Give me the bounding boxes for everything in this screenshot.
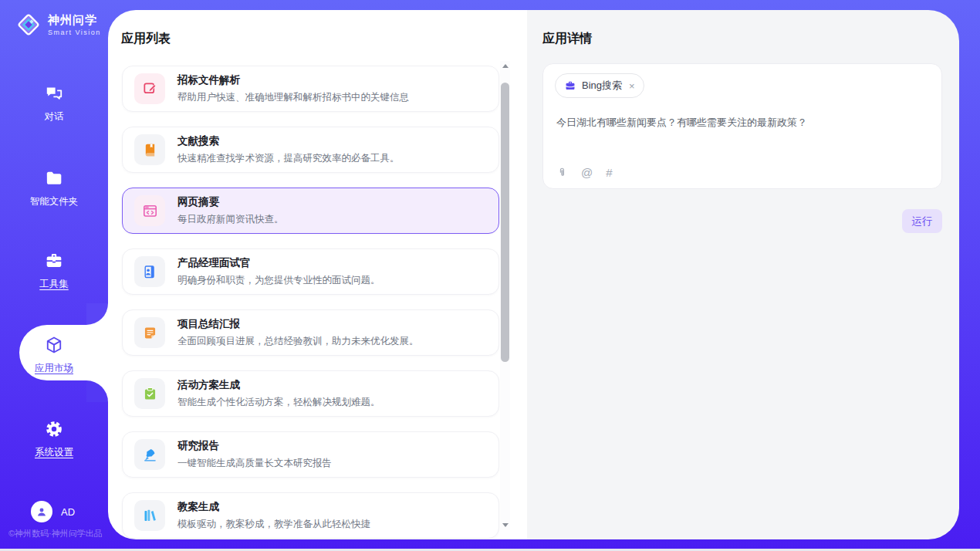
sidebar-item-toolset[interactable]: 工具集 (0, 251, 108, 291)
app-list-title: 应用列表 (121, 31, 171, 47)
user-name: AD (61, 506, 75, 518)
sidebar-item-chat[interactable]: 对话 (0, 83, 108, 123)
avatar (31, 501, 52, 522)
app-card-title: 文献搜索 (177, 134, 400, 148)
app-card-title: 招标文件解析 (177, 73, 409, 87)
app-card-desc: 模板驱动，教案秒成，教学准备从此轻松快捷 (177, 518, 370, 531)
paperclip-icon[interactable] (556, 167, 568, 178)
app-card-desc: 快速精准查找学术资源，提高研究效率的必备工具。 (177, 152, 400, 165)
app-card-title: 项目总结汇报 (177, 317, 419, 331)
user-account[interactable]: AD (31, 501, 75, 522)
app-card[interactable]: 研究报告一键智能生成高质量长文本研究报告 (122, 431, 499, 478)
ink-pen-icon (134, 439, 165, 470)
app-card[interactable]: 文献搜索快速精准查找学术资源，提高研究效率的必备工具。 (122, 127, 499, 173)
scrollbar-thumb[interactable] (501, 83, 509, 362)
sidebar-item-label: 工具集 (0, 278, 108, 291)
app-card-title: 活动方案生成 (177, 378, 380, 392)
hash-icon[interactable]: # (606, 166, 612, 179)
gear-icon (44, 428, 64, 441)
app-card-title: 产品经理面试官 (177, 256, 380, 270)
book-icon (134, 134, 165, 165)
app-card-desc: 帮助用户快速、准确地理解和解析招标书中的关键信息 (177, 91, 409, 104)
app-card[interactable]: 项目总结汇报全面回顾项目进展，总结经验教训，助力未来优化发展。 (122, 309, 499, 356)
app-detail-panel: 应用详情 Bing搜索 × 今日湖北有哪些新闻要点？有哪些需要关注的最新政策？ … (527, 10, 959, 539)
app-card-title: 网页摘要 (177, 195, 284, 209)
app-card[interactable]: 活动方案生成智能生成个性化活动方案，轻松解决规划难题。 (122, 370, 499, 417)
scrollbar[interactable] (500, 61, 510, 530)
sidebar-item-settings[interactable]: 系统设置 (0, 419, 108, 459)
sidebar-item-label: 应用市场 (0, 362, 108, 375)
scroll-down-icon[interactable] (500, 520, 510, 530)
sidebar-item-label: 对话 (0, 110, 108, 123)
interviewer-icon (134, 256, 165, 287)
folder-icon (44, 177, 64, 191)
run-button[interactable]: 运行 (902, 209, 942, 233)
app-list-panel: 应用列表 招标文件解析帮助用户快速、准确地理解和解析招标书中的关键信息文献搜索快… (108, 10, 527, 539)
sidebar-item-label: 系统设置 (0, 446, 108, 459)
brand-name: 神州问学 (48, 13, 101, 28)
sidebar-item-label: 智能文件夹 (0, 195, 108, 208)
books-icon (134, 500, 165, 531)
copyright: ©神州数码·神州问学出品 (8, 528, 103, 539)
brand-logo: 神州问学 Smart Vision (15, 12, 101, 38)
app-card-title: 研究报告 (177, 439, 332, 453)
app-card[interactable]: 教案生成模板驱动，教案秒成，教学准备从此轻松快捷 (122, 492, 499, 539)
app-card-desc: 智能生成个性化活动方案，轻松解决规划难题。 (177, 396, 380, 409)
brand-subtitle: Smart Vision (48, 29, 101, 36)
app-card-list: 招标文件解析帮助用户快速、准确地理解和解析招标书中的关键信息文献搜索快速精准查找… (122, 66, 499, 539)
content-window: 应用列表 招标文件解析帮助用户快速、准确地理解和解析招标书中的关键信息文献搜索快… (108, 10, 959, 539)
app-card-desc: 每日政府新闻资讯快查。 (177, 213, 284, 226)
prompt-input[interactable]: 今日湖北有哪些新闻要点？有哪些需要关注的最新政策？ (556, 115, 929, 130)
tab-fillet-top (86, 303, 108, 325)
clipboard-check-icon (134, 378, 165, 409)
chip-close-icon[interactable]: × (629, 80, 635, 92)
at-icon[interactable]: @ (581, 166, 593, 179)
toolbox-icon (44, 260, 64, 273)
web-code-icon (134, 195, 165, 226)
app-card-desc: 明确身份和职责，为您提供专业性的面试问题。 (177, 274, 380, 287)
sidebar-item-app-market[interactable]: 应用市场 (0, 335, 108, 375)
app-card[interactable]: 网页摘要每日政府新闻资讯快查。 (122, 188, 499, 234)
sidebar-item-smart-folder[interactable]: 智能文件夹 (0, 168, 108, 208)
tool-chip-bing-search[interactable]: Bing搜索 × (555, 73, 644, 98)
app-card-title: 教案生成 (177, 500, 370, 514)
composer-toolbar: @# (556, 166, 613, 179)
app-card[interactable]: 产品经理面试官明确身份和职责，为您提供专业性的面试问题。 (122, 248, 499, 295)
composer-card: Bing搜索 × 今日湖北有哪些新闻要点？有哪些需要关注的最新政策？ @# (542, 63, 942, 189)
app-card-desc: 一键智能生成高质量长文本研究报告 (177, 457, 332, 470)
tab-fillet-bottom (86, 380, 108, 402)
brand-gem-icon (15, 12, 42, 38)
scroll-up-icon[interactable] (500, 61, 510, 71)
sidebar: 神州问学 Smart Vision 对话智能文件夹工具集应用市场系统设置 AD … (0, 0, 108, 551)
cube-icon (44, 344, 64, 357)
app-detail-title: 应用详情 (542, 31, 592, 47)
app-card[interactable]: 招标文件解析帮助用户快速、准确地理解和解析招标书中的关键信息 (122, 66, 499, 112)
note-icon (134, 317, 165, 348)
edit-doc-icon (134, 73, 165, 104)
chat-icon (44, 93, 64, 106)
briefcase-icon (564, 79, 576, 92)
tool-chip-label: Bing搜索 (582, 79, 622, 93)
app-card-desc: 全面回顾项目进展，总结经验教训，助力未来优化发展。 (177, 335, 419, 348)
